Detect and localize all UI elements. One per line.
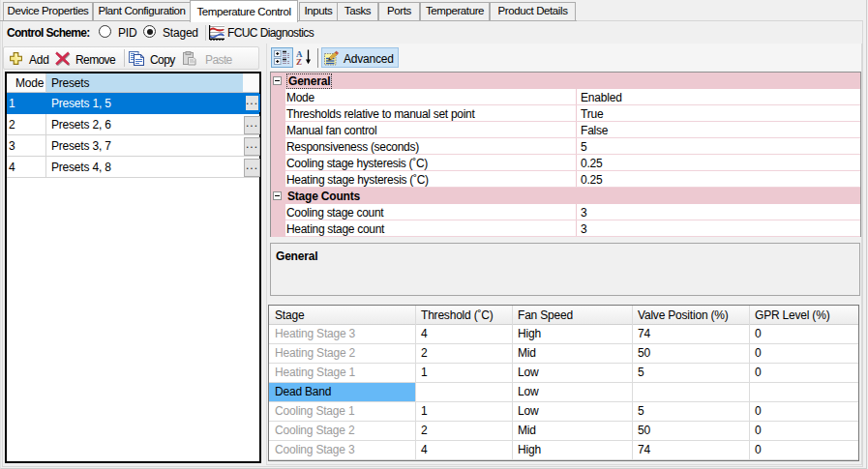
svg-text:Z: Z (296, 57, 302, 66)
